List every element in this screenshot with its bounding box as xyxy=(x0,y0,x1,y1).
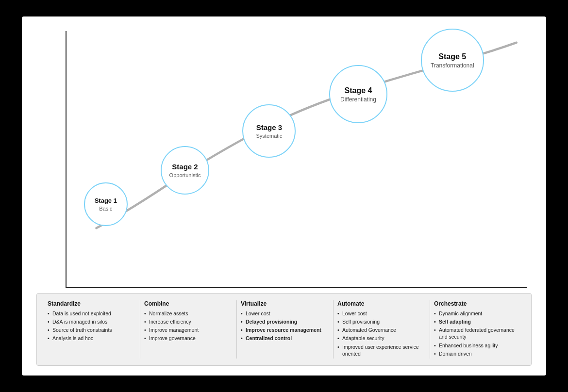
stage-label-stage1: Stage 1 xyxy=(95,197,117,205)
stage-sub-stage1: Basic xyxy=(99,206,112,212)
table-col-0: StandardizeData is used not exploitedD&A… xyxy=(44,300,140,359)
col-item-3-1: Self provisioning xyxy=(337,318,426,325)
col-title-0: Standardize xyxy=(48,300,136,307)
col-item-1-0: Normalize assets xyxy=(144,310,233,317)
col-title-3: Automate xyxy=(337,300,426,307)
col-item-0-1: D&A is managed in silos xyxy=(48,318,136,325)
stage-label-stage4: Stage 4 xyxy=(345,86,372,95)
main-container: Stage 1BasicStage 2OpportunisticStage 3S… xyxy=(22,16,546,376)
col-item-3-4: Improved user experience service oriente… xyxy=(337,343,426,357)
stage-sub-stage4: Differentiating xyxy=(340,96,376,103)
stage-circle-stage1: Stage 1Basic xyxy=(84,182,128,226)
stage-circle-stage3: Stage 3Systematic xyxy=(242,104,296,158)
col-item-4-2: Automated federated governance and secur… xyxy=(434,327,522,340)
col-items-2: Lower costDelayed provisioningImprove re… xyxy=(241,310,329,342)
col-item-0-0: Data is used not exploited xyxy=(48,310,136,317)
col-item-1-2: Improve management xyxy=(144,327,233,333)
col-title-2: Virtualize xyxy=(241,300,329,307)
col-item-3-2: Automated Governance xyxy=(337,327,426,333)
chart-area: Stage 1BasicStage 2OpportunisticStage 3S… xyxy=(36,26,532,288)
stage-sub-stage5: Transformational xyxy=(431,62,474,69)
col-items-1: Normalize assetsIncrease efficiencyImpro… xyxy=(144,310,233,342)
col-item-4-4: Domain driven xyxy=(434,350,522,357)
y-axis xyxy=(66,31,67,288)
col-item-0-3: Analysis is ad hoc xyxy=(48,335,136,342)
table-col-1: CombineNormalize assetsIncrease efficien… xyxy=(140,300,237,359)
col-item-1-1: Increase efficiency xyxy=(144,318,233,325)
col-item-4-0: Dynamic alignment xyxy=(434,310,522,317)
col-item-1-3: Improve governance xyxy=(144,335,233,342)
col-title-1: Combine xyxy=(144,300,233,307)
col-items-3: Lower costSelf provisioningAutomated Gov… xyxy=(337,310,426,357)
stage-label-stage5: Stage 5 xyxy=(438,52,466,61)
x-axis xyxy=(66,287,527,288)
col-item-3-3: Adaptable security xyxy=(337,335,426,342)
col-item-2-1: Delayed provisioning xyxy=(241,318,329,325)
table-col-4: OrchestrateDynamic alignmentSelf adaptin… xyxy=(430,300,526,359)
table-col-3: AutomateLower costSelf provisioningAutom… xyxy=(334,300,430,359)
stage-label-stage2: Stage 2 xyxy=(172,163,198,171)
stage-sub-stage3: Systematic xyxy=(256,133,282,139)
bottom-table: StandardizeData is used not exploitedD&A… xyxy=(36,293,532,366)
col-item-2-2: Improve resource management xyxy=(241,327,329,333)
stage-circle-stage4: Stage 4Differentiating xyxy=(329,65,387,123)
col-item-2-0: Lower cost xyxy=(241,310,329,317)
stage-label-stage3: Stage 3 xyxy=(256,123,282,132)
col-item-0-2: Source of truth constraints xyxy=(48,327,136,333)
col-items-0: Data is used not exploitedD&A is managed… xyxy=(48,310,136,342)
table-col-2: VirtualizeLower costDelayed provisioning… xyxy=(237,300,334,359)
col-title-4: Orchestrate xyxy=(434,300,522,307)
stage-circle-stage2: Stage 2Opportunistic xyxy=(161,146,209,195)
stage-sub-stage2: Opportunistic xyxy=(169,172,201,178)
stage-circle-stage5: Stage 5Transformational xyxy=(421,29,484,92)
col-item-2-3: Centralized control xyxy=(241,335,329,342)
col-item-4-3: Enhanced business agility xyxy=(434,342,522,349)
col-item-4-1: Self adapting xyxy=(434,318,522,325)
col-items-4: Dynamic alignmentSelf adaptingAutomated … xyxy=(434,310,522,357)
col-item-3-0: Lower cost xyxy=(337,310,426,317)
